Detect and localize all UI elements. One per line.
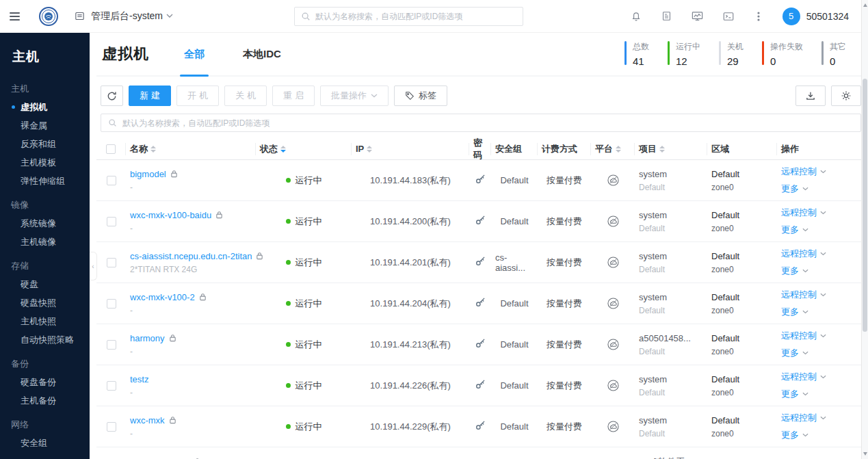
sidebar-item-主机快照[interactable]: 主机快照	[0, 312, 90, 330]
terminal-icon[interactable]	[722, 10, 735, 23]
avatar[interactable]: 5	[782, 8, 800, 25]
vm-name-link[interactable]: wxc-mxk-v100-baidu	[130, 210, 211, 220]
tab-本地IDC[interactable]: 本地IDC	[239, 33, 285, 75]
vm-name-link[interactable]: wxc-mxk-v100-2	[130, 292, 195, 302]
vm-name-link[interactable]: bigmodel	[130, 169, 166, 179]
region-cell: Defaultzone0	[707, 292, 777, 315]
sidebar-item-虚拟机[interactable]: 虚拟机	[0, 98, 90, 116]
vm-name-link[interactable]: DevOps-server	[130, 457, 189, 459]
sidebar-item-硬盘[interactable]: 硬盘	[0, 275, 90, 293]
chevron-down-icon[interactable]	[166, 14, 173, 18]
show-password-button[interactable]	[475, 255, 486, 270]
row-checkbox[interactable]	[107, 176, 116, 185]
show-password-button[interactable]	[475, 378, 486, 393]
sidebar-item-裸金属[interactable]: 裸金属	[0, 116, 90, 135]
col-状态[interactable]: 状态	[256, 143, 352, 155]
sort-carets[interactable]	[616, 146, 621, 153]
col-平台[interactable]: 平台	[591, 143, 635, 155]
sidebar-collapse-handle[interactable]: ‹	[90, 252, 97, 280]
more-actions-link[interactable]: 更多	[781, 306, 799, 318]
stat-value: 41	[633, 55, 649, 67]
global-search-input[interactable]	[315, 12, 516, 21]
caret-down-icon	[802, 269, 808, 273]
row-checkbox[interactable]	[107, 217, 116, 226]
show-password-button[interactable]	[475, 173, 486, 187]
sidebar-item-弹性伸缩组[interactable]: 弹性伸缩组	[0, 172, 90, 190]
hamburger-menu-icon[interactable]	[10, 10, 23, 23]
sidebar-item-主机模板[interactable]: 主机模板	[0, 153, 90, 172]
notifications-bell-icon[interactable]	[630, 10, 642, 23]
more-actions-link[interactable]: 更多	[781, 347, 799, 359]
sidebar-section-网络: 网络	[0, 415, 90, 434]
sort-carets[interactable]	[280, 146, 286, 153]
show-password-button[interactable]	[475, 296, 486, 311]
col-名称[interactable]: 名称	[126, 143, 256, 155]
remote-control-link[interactable]: 远程控制	[781, 289, 817, 301]
create-button[interactable]: 新建	[129, 86, 171, 106]
export-button[interactable]	[795, 86, 826, 106]
scroll-thumb[interactable]	[863, 79, 867, 332]
more-actions-link[interactable]: 更多	[781, 183, 799, 195]
row-checkbox[interactable]	[107, 258, 116, 267]
remote-control-link[interactable]: 远程控制	[781, 166, 817, 178]
sidebar-item-硬盘快照[interactable]: 硬盘快照	[0, 293, 90, 312]
col-项目[interactable]: 项目	[635, 143, 707, 155]
vm-sub-label: 2*TITAN RTX 24G	[130, 265, 252, 274]
workspace-title[interactable]: 管理后台-system	[91, 10, 163, 23]
vm-name-link[interactable]: wxc-mxk	[130, 415, 165, 425]
show-password-button[interactable]	[475, 419, 486, 434]
sidebar-item-反亲和组[interactable]: 反亲和组	[0, 135, 90, 153]
vertical-scrollbar[interactable]	[861, 0, 868, 459]
more-actions-link[interactable]: 更多	[781, 265, 799, 277]
sort-carets[interactable]	[150, 146, 156, 153]
tab-全部[interactable]: 全部	[180, 33, 209, 75]
sidebar-item-主机镜像[interactable]: 主机镜像	[0, 233, 90, 251]
tag-button[interactable]: 标签	[394, 86, 447, 106]
download-icon	[805, 90, 816, 101]
row-checkbox[interactable]	[107, 381, 116, 391]
col-IP[interactable]: IP	[352, 143, 469, 155]
password-cell	[469, 173, 491, 187]
scroll-up-arrow[interactable]	[863, 3, 867, 7]
search-icon	[108, 118, 117, 127]
scroll-down-arrow[interactable]	[863, 452, 867, 456]
remote-control-link[interactable]: 远程控制	[781, 248, 817, 260]
billing-label: 按量付费	[547, 174, 582, 187]
sort-carets[interactable]	[659, 146, 665, 153]
sidebar-item-主机备份[interactable]: 主机备份	[0, 391, 90, 410]
show-password-button[interactable]	[475, 214, 486, 228]
document-list-icon[interactable]	[661, 10, 672, 22]
row-checkbox[interactable]	[107, 299, 116, 309]
more-options-icon[interactable]	[753, 10, 764, 23]
more-actions-link[interactable]: 更多	[781, 224, 799, 236]
sidebar: 主机 主机虚拟机裸金属反亲和组主机模板弹性伸缩组镜像系统镜像主机镜像存储硬盘硬盘…	[0, 33, 90, 459]
refresh-button[interactable]	[101, 86, 123, 106]
region-label: Default	[711, 374, 773, 384]
sidebar-item-硬盘备份[interactable]: 硬盘备份	[0, 373, 90, 391]
sidebar-item-自动快照策略[interactable]: 自动快照策略	[0, 330, 90, 349]
show-password-button[interactable]	[475, 337, 486, 352]
secgroup-cell: cs-aiassi...	[491, 252, 538, 273]
table-filter-input[interactable]	[122, 118, 854, 128]
row-checkbox[interactable]	[107, 422, 116, 432]
remote-control-link[interactable]: 远程控制	[781, 371, 817, 383]
row-checkbox[interactable]	[107, 340, 116, 350]
status-cell: 运行中	[256, 380, 352, 392]
user-menu[interactable]: 5 50501324	[782, 8, 849, 25]
remote-control-link[interactable]: 远程控制	[781, 207, 817, 219]
vm-name-link[interactable]: harmony	[130, 333, 165, 343]
vm-name-link[interactable]: cs-aiassist.ncepu.edu.cn-2titan	[130, 251, 252, 261]
sidebar-item-安全组[interactable]: 安全组	[0, 434, 90, 452]
sidebar-item-系统镜像[interactable]: 系统镜像	[0, 214, 90, 233]
vm-name-link[interactable]: testz	[130, 374, 148, 384]
more-actions-link[interactable]: 更多	[781, 388, 799, 400]
remote-control-link[interactable]: 远程控制	[781, 330, 817, 342]
monitor-chart-icon[interactable]	[691, 10, 704, 23]
vm-sub-label: -	[130, 183, 252, 192]
sort-carets[interactable]	[367, 146, 372, 153]
settings-button[interactable]	[831, 86, 861, 106]
select-all-checkbox[interactable]	[106, 144, 116, 154]
remote-control-link[interactable]: 远程控制	[781, 412, 817, 424]
more-actions-link[interactable]: 更多	[781, 429, 799, 441]
workspace-grid-icon[interactable]	[74, 10, 86, 22]
